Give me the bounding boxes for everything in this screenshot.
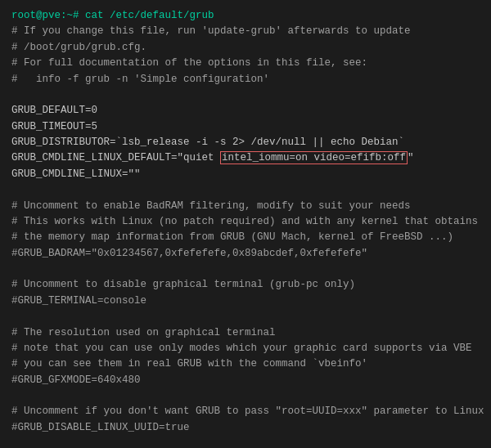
comment-line: #GRUB_BADRAM="0x01234567,0xfefefefe,0x89… [11,246,480,262]
comment-line: # you can see them in real GRUB with the… [11,356,480,372]
comment-line: # note that you can use only modes which… [11,341,480,356]
highlighted-value: intel_iommu=on video=efifb:off [220,151,408,164]
comment-line: # Uncomment to disable graphical termina… [11,277,480,293]
code-line: GRUB_CMDLINE_LINUX="" [11,167,480,182]
comment-line: # If you change this file, run 'update-g… [11,24,480,39]
comment-line: # This works with Linux (no patch requir… [11,214,480,230]
comment-line: # info -f grub -n 'Simple configuration' [11,72,480,87]
prompt-line: root@pve:~# cat /etc/default/grub [11,8,480,24]
comment-line: #GRUB_DISABLE_LINUX_UUID=true [11,420,480,436]
blank-line [11,262,480,277]
comment-line: # The resolution used on graphical termi… [11,325,480,341]
comment-line: # For full documentation of the options … [11,56,480,71]
blank-line [11,309,480,325]
code-line: GRUB_DEFAULT=0 [11,103,480,119]
blank-line [11,87,480,103]
terminal-window: root@pve:~# cat /etc/default/grub # If y… [0,0,491,448]
comment-line: # /boot/grub/grub.cfg. [11,40,480,56]
code-line: GRUB_DISTRIBUTOR=`lsb_release -i -s 2> /… [11,135,480,150]
code-line: GRUB_TIMEOUT=5 [11,119,480,135]
comment-line: # the memory map information from GRUB (… [11,230,480,245]
comment-line: # Uncomment if you don't want GRUB to pa… [11,404,480,419]
blank-line [11,182,480,198]
blank-line [11,388,480,404]
comment-line: #GRUB_GFXMODE=640x480 [11,373,480,388]
comment-line: # Uncomment to enable BadRAM filtering, … [11,199,480,214]
blank-line [11,436,480,448]
grub-cmdline-line: GRUB_CMDLINE_LINUX_DEFAULT="quiet intel_… [11,150,480,166]
comment-line: #GRUB_TERMINAL=console [11,293,480,309]
file-content: # If you change this file, run 'update-g… [11,24,480,448]
